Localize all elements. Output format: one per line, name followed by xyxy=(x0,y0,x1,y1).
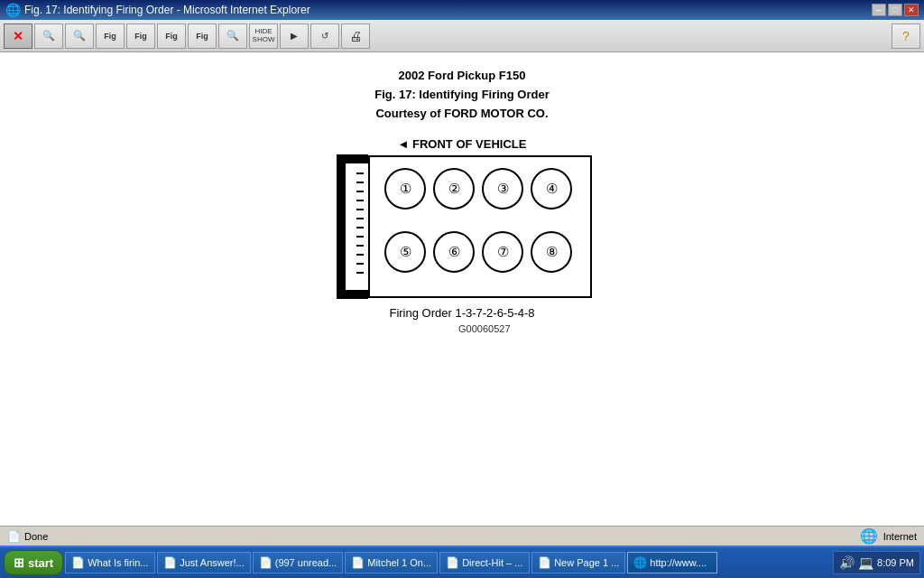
title-bar: 🌐 Fig. 17: Identifying Firing Order - Mi… xyxy=(0,0,924,20)
svg-rect-10 xyxy=(356,245,364,247)
minimize-button[interactable]: ─ xyxy=(872,4,886,16)
task-label-4: Mitchel 1 On... xyxy=(367,557,431,568)
taskbar-item-1[interactable]: 📄 What Is firin... xyxy=(65,552,155,573)
status-right: 🌐 Internet xyxy=(860,527,917,545)
svg-rect-8 xyxy=(356,227,364,228)
system-tray: 🔊 💻 8:09 PM xyxy=(833,551,920,574)
svg-rect-11 xyxy=(356,254,364,256)
engine-diagram: ① ② ③ ④ ⑤ ⑥ ⑦ ⑧ xyxy=(332,154,592,299)
close-button[interactable]: ✕ xyxy=(904,4,919,16)
task-icon-5: 📄 xyxy=(446,556,459,569)
task-label-7: http://www.... xyxy=(650,557,707,568)
search-button-2[interactable]: 🔍 xyxy=(65,23,94,49)
cylinder-5: ⑤ xyxy=(384,231,426,273)
svg-rect-7 xyxy=(356,218,364,219)
taskbar-item-4[interactable]: 📄 Mitchel 1 On... xyxy=(345,552,438,573)
firing-order-diagram: ◄ FRONT OF VEHICLE xyxy=(332,137,592,334)
vehicle-title: 2002 Ford Pickup F150 xyxy=(374,67,550,86)
task-icon-3: 📄 xyxy=(259,556,273,569)
page-header: 2002 Ford Pickup F150 Fig. 17: Identifyi… xyxy=(374,52,550,130)
svg-rect-3 xyxy=(356,182,364,183)
refresh-button[interactable]: ↺ xyxy=(310,23,339,49)
title-bar-controls: ─ □ ✕ xyxy=(872,4,919,16)
title-bar-left: 🌐 Fig. 17: Identifying Firing Order - Mi… xyxy=(5,3,310,17)
taskbar-item-3[interactable]: 📄 (997 unread... xyxy=(253,552,344,573)
taskbar-item-5[interactable]: 📄 Direct-Hit – ... xyxy=(439,552,530,573)
find-button[interactable]: 🔍 xyxy=(218,23,247,49)
fig-button-4[interactable]: Fig xyxy=(188,23,217,49)
engine-bracket xyxy=(332,154,368,299)
cylinder-grid: ① ② ③ ④ ⑤ ⑥ ⑦ ⑧ xyxy=(368,155,592,298)
tray-icon-2: 💻 xyxy=(858,555,873,570)
fig-title: Fig. 17: Identifying Firing Order xyxy=(374,86,550,105)
svg-rect-1 xyxy=(346,154,368,163)
page-icon: 📄 xyxy=(7,530,21,543)
taskbar-item-2[interactable]: 📄 Just Answer!... xyxy=(157,552,251,573)
globe-icon: 🌐 xyxy=(860,527,878,545)
svg-rect-14 xyxy=(346,290,368,299)
task-icon-6: 📄 xyxy=(538,556,551,569)
statusbar: 📄 Done 🌐 Internet xyxy=(0,526,924,545)
firing-order-label: Firing Order 1-3-7-2-6-5-4-8 xyxy=(389,306,534,320)
fig-button-1[interactable]: Fig xyxy=(96,23,125,49)
svg-rect-5 xyxy=(356,200,364,201)
task-label-3: (997 unread... xyxy=(275,557,337,568)
clock: 8:09 PM xyxy=(877,557,914,568)
cylinder-2: ② xyxy=(433,168,475,210)
status-left: 📄 Done xyxy=(7,530,851,543)
search-button-1[interactable]: 🔍 xyxy=(34,23,63,49)
cylinder-8: ⑧ xyxy=(531,231,572,273)
status-text: Done xyxy=(24,531,48,542)
fig-code: G00060527 xyxy=(458,323,511,334)
svg-rect-4 xyxy=(356,191,364,192)
start-label: start xyxy=(28,556,53,570)
toolbar: ✕ 🔍 🔍 Fig Fig Fig Fig 🔍 HIDESHOW ▶ ↺ 🖨 ? xyxy=(0,20,924,52)
svg-rect-6 xyxy=(356,209,364,210)
fig-button-2[interactable]: Fig xyxy=(126,23,155,49)
task-icon-2: 📄 xyxy=(163,556,177,569)
svg-rect-2 xyxy=(356,172,364,174)
zone-text: Internet xyxy=(883,531,917,542)
svg-rect-13 xyxy=(356,272,364,274)
tray-icon-1: 🔊 xyxy=(839,555,855,570)
svg-rect-9 xyxy=(356,236,364,238)
courtesy-line: Courtesy of FORD MOTOR CO. xyxy=(374,105,550,124)
task-icon-7: 🌐 xyxy=(633,556,647,569)
help-button[interactable]: ? xyxy=(892,23,920,49)
browser-icon: 🌐 xyxy=(5,3,21,17)
task-label-6: New Page 1 ... xyxy=(554,557,619,568)
print-button[interactable]: 🖨 xyxy=(341,23,370,49)
task-label-1: What Is firin... xyxy=(88,557,148,568)
cylinder-3: ③ xyxy=(482,168,523,210)
taskbar-item-7[interactable]: 🌐 http://www.... xyxy=(627,552,717,573)
cylinder-1: ① xyxy=(384,168,426,210)
task-label-2: Just Answer!... xyxy=(180,557,245,568)
svg-rect-12 xyxy=(356,263,364,265)
window-title: Fig. 17: Identifying Firing Order - Micr… xyxy=(24,4,310,16)
maximize-button[interactable]: □ xyxy=(888,4,902,16)
svg-rect-0 xyxy=(337,154,346,299)
task-icon-1: 📄 xyxy=(71,556,85,569)
taskbar: ⊞ start 📄 What Is firin... 📄 Just Answer… xyxy=(0,545,924,578)
main-content: 2002 Ford Pickup F150 Fig. 17: Identifyi… xyxy=(0,52,924,526)
front-of-vehicle-label: ◄ FRONT OF VEHICLE xyxy=(398,137,527,151)
windows-logo: ⊞ xyxy=(14,555,24,570)
task-label-5: Direct-Hit – ... xyxy=(462,557,522,568)
cylinder-6: ⑥ xyxy=(433,231,475,273)
cylinder-4: ④ xyxy=(531,168,572,210)
back-button[interactable]: ✕ xyxy=(4,23,32,49)
hide-show-button[interactable]: HIDESHOW xyxy=(249,23,278,49)
start-button[interactable]: ⊞ start xyxy=(4,550,63,575)
task-icon-4: 📄 xyxy=(351,556,365,569)
taskbar-item-6[interactable]: 📄 New Page 1 ... xyxy=(531,552,625,573)
nav-button[interactable]: ▶ xyxy=(280,23,309,49)
fig-button-3[interactable]: Fig xyxy=(157,23,186,49)
cylinder-7: ⑦ xyxy=(482,231,523,273)
